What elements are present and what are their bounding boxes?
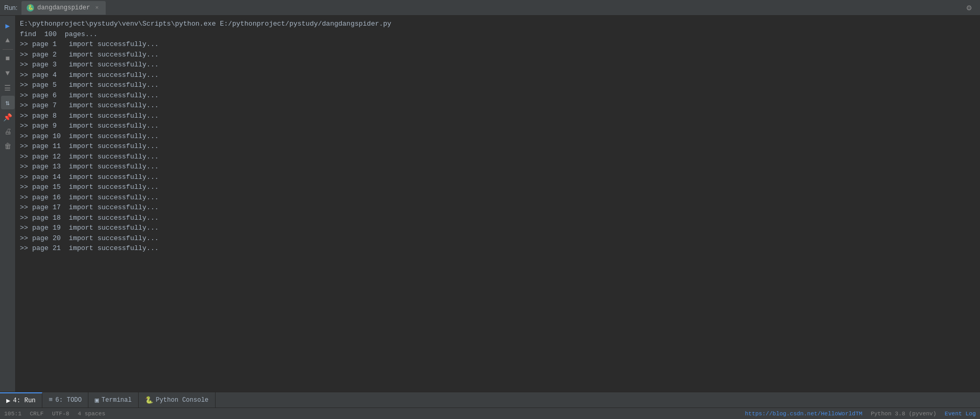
console-output-line: >> page 7 import successfully...: [20, 100, 976, 111]
status-encoding: UTF-8: [52, 411, 69, 417]
status-link[interactable]: https://blog.csdn.net/HelloWorldTM: [745, 411, 862, 417]
console-output-lines: >> page 1 import successfully...>> page …: [20, 39, 976, 254]
run-label: Run:: [4, 4, 17, 12]
status-line-ending: CRLF: [30, 411, 43, 417]
console-output-line: >> page 21 import successfully...: [20, 243, 976, 254]
status-bar: 105:1 CRLF UTF-8 4 spaces https://blog.c…: [0, 407, 980, 419]
console-output-line: >> page 11 import successfully...: [20, 141, 976, 152]
down-button[interactable]: ▼: [1, 66, 15, 80]
todo-tab-label: 6: TODO: [55, 397, 82, 404]
python-console-tab-icon: 🐍: [145, 396, 153, 404]
console-output-line: >> page 19 import successfully...: [20, 223, 976, 233]
status-position: 105:1: [4, 411, 21, 417]
left-toolbar: ▶ ▲ ■ ▼ ☰ ⇅ 📌 🖨 🗑: [0, 16, 16, 392]
bottom-tab-todo[interactable]: ≡ 6: TODO: [42, 392, 88, 407]
console-cmd-line: E:\pythonproject\pystudy\venv\Scripts\py…: [20, 19, 976, 29]
toolbar-separator-1: [3, 49, 13, 50]
todo-tab-icon: ≡: [49, 396, 53, 404]
run-button[interactable]: ▶: [1, 19, 15, 32]
tab-name: dangdangspider: [37, 4, 90, 12]
wrap-button[interactable]: ☰: [1, 81, 15, 95]
bottom-tab-bar: ▶ 4: Run ≡ 6: TODO ▣ Terminal 🐍 Python C…: [0, 392, 980, 407]
status-bar-right: https://blog.csdn.net/HelloWorldTM Pytho…: [745, 411, 976, 417]
run-tab-icon: ▶: [6, 397, 10, 405]
console-output-line: >> page 5 import successfully...: [20, 80, 976, 90]
console-output-line: >> page 10 import successfully...: [20, 131, 976, 142]
console-output-line: >> page 15 import successfully...: [20, 182, 976, 192]
tab-bar: Run: 🐍 dangdangspider × ⚙: [0, 0, 980, 16]
bottom-tab-terminal[interactable]: ▣ Terminal: [88, 392, 138, 407]
delete-button[interactable]: 🗑: [1, 140, 15, 153]
event-log[interactable]: Event Log: [945, 411, 976, 417]
console-output-line: >> page 20 import successfully...: [20, 233, 976, 244]
status-indent: 4 spaces: [77, 411, 105, 417]
console-output-line: >> page 16 import successfully...: [20, 192, 976, 203]
terminal-tab-label: Terminal: [102, 397, 132, 404]
bottom-tab-python-console[interactable]: 🐍 Python Console: [139, 392, 216, 407]
console-output-line: >> page 4 import successfully...: [20, 70, 976, 81]
run-tab[interactable]: 🐍 dangdangspider ×: [21, 1, 106, 15]
stop-button[interactable]: ■: [1, 52, 15, 65]
up-button[interactable]: ▲: [1, 33, 15, 47]
console-output-line: >> page 1 import successfully...: [20, 39, 976, 50]
bottom-tab-run[interactable]: ▶ 4: Run: [0, 392, 42, 407]
terminal-tab-icon: ▣: [95, 396, 99, 404]
console-output-line: >> page 13 import successfully...: [20, 162, 976, 172]
status-python-version: Python 3.8 (pyvenv): [871, 411, 936, 417]
pin-button[interactable]: 📌: [1, 110, 15, 124]
console-output-line: >> page 8 import successfully...: [20, 111, 976, 121]
python-console-tab-label: Python Console: [156, 397, 209, 404]
console-output-line: >> page 3 import successfully...: [20, 60, 976, 70]
tab-close-button[interactable]: ×: [93, 4, 100, 12]
print-button[interactable]: 🖨: [1, 125, 15, 139]
console-output-line: >> page 6 import successfully...: [20, 90, 976, 101]
python-tab-icon: 🐍: [27, 4, 34, 12]
console-output-line: >> page 12 import successfully...: [20, 152, 976, 162]
main-area: ▶ ▲ ■ ▼ ☰ ⇅ 📌 🖨 🗑 E:\pythonproject\pystu…: [0, 16, 980, 392]
run-tab-label: 4: Run: [13, 397, 36, 404]
console-output-line: >> page 2 import successfully...: [20, 50, 976, 60]
settings-icon[interactable]: ⚙: [966, 3, 976, 13]
console-output-line: >> page 18 import successfully...: [20, 213, 976, 223]
console-output-line: >> page 17 import successfully...: [20, 202, 976, 213]
sort-button[interactable]: ⇅: [1, 96, 15, 109]
console-output-line: >> page 14 import successfully...: [20, 172, 976, 183]
console-output[interactable]: E:\pythonproject\pystudy\venv\Scripts\py…: [16, 16, 980, 392]
console-output-line: >> page 9 import successfully...: [20, 121, 976, 131]
console-find-line: find 100 pages...: [20, 29, 976, 40]
